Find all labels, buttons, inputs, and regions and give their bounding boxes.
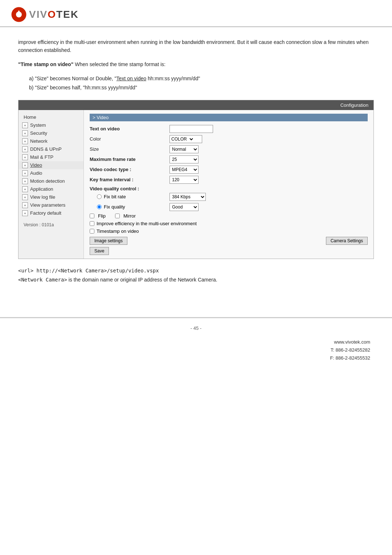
plus-icon-viewparams: + [22, 202, 28, 208]
timestamp-header: "Time stamp on video" When selected the … [18, 60, 374, 68]
sidebar-label-system: System [30, 122, 46, 128]
footer-phone: T: 886-2-82455282 [0, 346, 370, 354]
improve-eff-label: Improve efficiency in the multi-user env… [97, 221, 197, 226]
config-inner: Home + System + Security + Network + DDN… [19, 110, 373, 259]
timestamp-on-video-label: Timestamp on video [97, 228, 139, 234]
sidebar-label-viewlog: View log file [30, 194, 55, 200]
intro-paragraph: improve efficiency in the multi-user env… [18, 38, 374, 54]
config-sidebar: Home + System + Security + Network + DDN… [19, 110, 84, 259]
mirror-label: Mirror [123, 213, 136, 219]
sidebar-label-security: Security [30, 130, 47, 136]
max-frame-rate-label: Maximum frame rate [90, 157, 170, 162]
fix-quality-radio[interactable] [97, 204, 102, 209]
sidebar-home[interactable]: Home [19, 113, 83, 121]
save-button[interactable]: Save [90, 247, 109, 255]
form-row-video-codec: Video codec type : MPEG4 MJPEG [90, 166, 368, 174]
config-header: Configuration [19, 100, 373, 110]
vq-label: Video quality control : [90, 186, 170, 191]
color-label: Color [90, 136, 170, 142]
quality-select[interactable]: Good Normal Excellent [170, 203, 199, 211]
sidebar-label-motion: Motion detection [30, 178, 65, 184]
form-row-max-frame-rate: Maximum frame rate 25 30 15 [90, 155, 368, 163]
sidebar-item-viewlog[interactable]: + View log file [19, 193, 83, 201]
save-btn-row: Save [90, 247, 368, 255]
key-frame-label: Key frame interval : [90, 177, 170, 182]
footer-contact: www.vivotek.com T: 886-2-82455282 F: 886… [0, 338, 392, 362]
sidebar-item-audio[interactable]: + Audio [19, 169, 83, 177]
sidebar-label-mail: Mail & FTP [30, 154, 53, 160]
plus-icon-network: + [22, 138, 28, 144]
bitrate-select[interactable]: 384 Kbps 512 Kbps 256 Kbps [170, 193, 206, 201]
text-on-video-link[interactable]: Text on video [117, 76, 147, 81]
fix-bitrate-label: Fix bit rate [104, 194, 126, 199]
form-row-fix-bitrate: Fix bit rate 384 Kbps 512 Kbps 256 Kbps [97, 193, 368, 201]
config-box: Configuration Home + System + Security +… [18, 100, 374, 259]
timestamp-row: Timestamp on video [90, 228, 368, 234]
flip-label: Flip [98, 213, 106, 219]
plus-icon-motion: + [22, 178, 28, 184]
top-bar: VIVOTEK [0, 0, 392, 27]
size-select[interactable]: Normal Double Half [170, 145, 199, 153]
sidebar-label-video: Video [30, 162, 42, 168]
sidebar-item-application[interactable]: + Application [19, 185, 83, 193]
url-line2-text: is the domain name or original IP addres… [69, 277, 217, 283]
plus-icon-system: + [22, 122, 28, 128]
color-value: COLOR [171, 137, 187, 142]
form-row-color: Color COLOR COLOR B/W [90, 135, 368, 143]
url-line2: <Network Camera> is the domain name or o… [18, 275, 374, 284]
improve-eff-checkbox[interactable] [90, 221, 94, 226]
sidebar-item-ddns[interactable]: + DDNS & UPnP [19, 145, 83, 153]
plus-icon-ddns: + [22, 146, 28, 152]
fix-quality-label: Fix quality [104, 204, 125, 210]
mirror-checkbox[interactable] [115, 214, 120, 218]
sidebar-item-mail[interactable]: + Mail & FTP [19, 153, 83, 161]
list-item-a: a) "Size" becomes Normal or Double, "Tex… [29, 74, 374, 83]
color-select-wrapper: COLOR COLOR B/W [170, 135, 202, 143]
sidebar-item-network[interactable]: + Network [19, 137, 83, 145]
text-on-video-input[interactable] [170, 125, 213, 133]
camera-settings-button[interactable]: Camera Settings [326, 237, 368, 245]
sidebar-version: Version : 0101a [19, 219, 83, 230]
url-section: <url> http://<Network Camera>/setup/vide… [18, 266, 374, 284]
list-item-b: b) "Size" becomes half, "hh:mm:ss yyyy/m… [29, 83, 374, 92]
plus-icon-factory: + [22, 210, 28, 216]
sidebar-item-video[interactable]: + Video [19, 161, 83, 169]
size-label: Size [90, 146, 170, 152]
key-frame-select[interactable]: 120 60 30 [170, 176, 199, 184]
sidebar-label-factory: Factory default [30, 210, 61, 216]
url-line1: <url> http://<Network Camera>/setup/vide… [18, 266, 374, 275]
button-row: Image settings Camera Settings [90, 237, 368, 245]
video-codec-select[interactable]: MPEG4 MJPEG [170, 166, 199, 174]
footer-fax: F: 886-2-82455532 [0, 354, 370, 362]
text-on-video-label: Text on video [90, 126, 170, 131]
sidebar-item-viewparams[interactable]: + View parameters [19, 201, 83, 209]
config-main: > Video Text on video Color COLOR COLOR … [84, 110, 373, 259]
sidebar-item-motion[interactable]: + Motion detection [19, 177, 83, 185]
sidebar-label-audio: Audio [30, 170, 42, 176]
plus-icon-application: + [22, 186, 28, 192]
form-row-key-frame: Key frame interval : 120 60 30 [90, 176, 368, 184]
sidebar-label-application: Application [30, 186, 53, 192]
sidebar-item-factory[interactable]: + Factory default [19, 209, 83, 217]
content-area: improve efficiency in the multi-user env… [0, 27, 392, 303]
timestamp-desc: When selected the time stamp format is: [73, 61, 166, 67]
form-row-vq: Video quality control : [90, 186, 368, 191]
footer-website: www.vivotek.com [0, 338, 370, 346]
plus-icon-security: + [22, 130, 28, 136]
image-settings-button[interactable]: Image settings [90, 237, 127, 245]
vivotek-logo-icon [11, 7, 27, 23]
flip-checkbox[interactable] [90, 214, 94, 218]
max-frame-rate-select[interactable]: 25 30 15 [170, 155, 199, 163]
video-codec-label: Video codec type : [90, 167, 170, 172]
form-row-size: Size Normal Double Half [90, 145, 368, 153]
timestamp-checkbox[interactable] [90, 229, 94, 234]
color-select[interactable]: COLOR B/W [187, 136, 194, 142]
sidebar-item-security[interactable]: + Security [19, 129, 83, 137]
url-line2-prefix: <Network Camera> [18, 277, 67, 283]
fix-bitrate-radio[interactable] [97, 194, 102, 199]
plus-icon-mail: + [22, 154, 28, 160]
form-row-fix-quality: Fix quality Good Normal Excellent [97, 203, 368, 211]
sidebar-item-system[interactable]: + System [19, 121, 83, 129]
sidebar-label-ddns: DDNS & UPnP [30, 146, 62, 152]
form-row-text-on-video: Text on video [90, 125, 368, 133]
